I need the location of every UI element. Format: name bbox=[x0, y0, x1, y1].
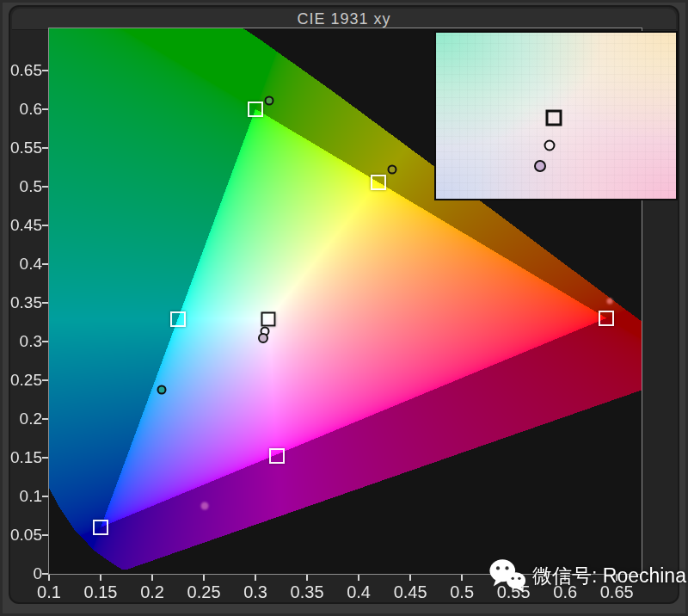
magenta-measured-point bbox=[201, 502, 209, 509]
y-tick-mark bbox=[42, 108, 48, 110]
x-tick-label: 0.45 bbox=[386, 582, 434, 602]
cyan-measured-point bbox=[157, 385, 166, 394]
y-tick-label: 0.65 bbox=[3, 61, 42, 80]
wechat-icon bbox=[488, 557, 526, 594]
x-tick-label: 0.15 bbox=[77, 582, 125, 602]
x-tick-mark bbox=[461, 575, 463, 581]
watermark-text: 微信号: Roechina bbox=[532, 563, 686, 589]
y-tick-mark bbox=[42, 186, 48, 188]
x-tick-mark bbox=[151, 575, 153, 581]
y-tick-label: 0.25 bbox=[3, 371, 42, 390]
y-tick-label: 0.1 bbox=[3, 487, 42, 506]
y-tick-label: 0.3 bbox=[3, 332, 42, 351]
y-tick-label: 0.15 bbox=[3, 448, 42, 467]
y-tick-label: 0.35 bbox=[3, 293, 42, 312]
x-tick-label: 0.4 bbox=[335, 582, 383, 602]
x-tick-mark bbox=[358, 575, 359, 581]
watermark: 微信号: Roechina bbox=[488, 557, 686, 594]
y-tick-mark bbox=[42, 225, 48, 226]
x-tick-label: 0.5 bbox=[438, 582, 486, 602]
y-tick-label: 0.2 bbox=[3, 410, 42, 428]
red-measured-point bbox=[607, 299, 613, 305]
yellow-target-square bbox=[371, 175, 386, 190]
chromaticity-chart: 0.10.150.20.250.30.350.40.450.50.550.60.… bbox=[0, 0, 688, 616]
x-tick-label: 0.3 bbox=[231, 582, 280, 602]
y-tick-label: 0.4 bbox=[3, 255, 42, 274]
white-measured-zoom-2 bbox=[534, 160, 546, 172]
y-tick-mark bbox=[42, 341, 48, 342]
y-tick-mark bbox=[42, 534, 48, 536]
y-tick-label: 0.45 bbox=[3, 216, 42, 235]
y-tick-label: 0.5 bbox=[3, 177, 42, 196]
x-tick-mark bbox=[409, 575, 411, 581]
y-tick-mark bbox=[42, 573, 48, 575]
white-measured-zoom-1 bbox=[544, 140, 556, 151]
y-tick-label: 0 bbox=[3, 564, 42, 583]
y-tick-mark bbox=[42, 379, 48, 381]
x-tick-mark bbox=[306, 575, 308, 581]
y-tick-mark bbox=[42, 496, 48, 497]
green-target-square bbox=[248, 102, 263, 117]
white-point-inset bbox=[434, 31, 678, 200]
y-tick-label: 0.05 bbox=[3, 526, 42, 545]
y-tick-label: 0.6 bbox=[3, 100, 42, 119]
x-tick-mark bbox=[255, 575, 256, 581]
y-tick-mark bbox=[42, 70, 48, 71]
cyan-target-square bbox=[170, 311, 186, 327]
green-measured-point bbox=[264, 95, 273, 105]
white-target-square-zoom bbox=[546, 110, 562, 126]
x-tick-label: 0.25 bbox=[180, 582, 228, 602]
x-tick-mark bbox=[100, 575, 101, 581]
y-tick-mark bbox=[42, 302, 48, 304]
x-tick-mark bbox=[203, 575, 205, 581]
x-tick-label: 0.1 bbox=[25, 582, 73, 602]
blue-target-square bbox=[93, 520, 108, 535]
y-tick-mark bbox=[42, 418, 48, 420]
yellow-measured-point bbox=[387, 164, 396, 174]
white-target-square bbox=[261, 311, 276, 326]
app-frame: CIE 1931 xy 0.10.150.20.250.30.350.40.45… bbox=[0, 0, 688, 616]
red-target-square bbox=[599, 311, 614, 326]
y-tick-mark bbox=[42, 147, 48, 149]
y-tick-mark bbox=[42, 457, 48, 459]
magenta-target-square bbox=[269, 448, 285, 464]
white-measured-point-2 bbox=[258, 333, 268, 343]
y-tick-label: 0.55 bbox=[3, 139, 42, 157]
y-tick-mark bbox=[42, 263, 48, 265]
x-tick-label: 0.2 bbox=[128, 582, 176, 602]
x-tick-mark bbox=[48, 575, 50, 581]
x-tick-label: 0.35 bbox=[283, 582, 331, 602]
